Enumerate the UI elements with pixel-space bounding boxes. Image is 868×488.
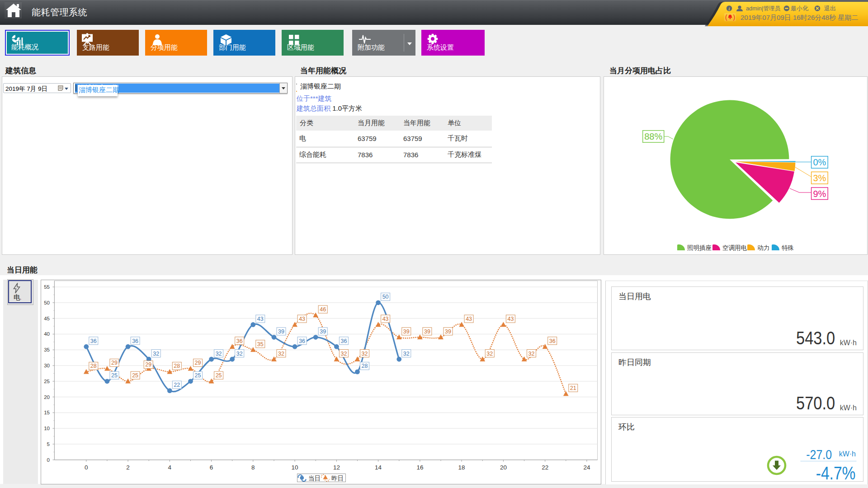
svg-text:当日: 当日 bbox=[308, 475, 321, 482]
svg-text:9%: 9% bbox=[813, 189, 826, 199]
svg-text:0: 0 bbox=[85, 464, 88, 471]
svg-text:32: 32 bbox=[216, 351, 222, 357]
svg-text:36: 36 bbox=[549, 338, 556, 344]
svg-text:32: 32 bbox=[486, 351, 493, 357]
svg-text:25: 25 bbox=[216, 372, 222, 379]
svg-text:36: 36 bbox=[132, 338, 138, 344]
svg-text:照明插座: 照明插座 bbox=[687, 244, 712, 251]
svg-text:14: 14 bbox=[375, 464, 382, 471]
svg-text:32: 32 bbox=[403, 351, 410, 357]
svg-text:36: 36 bbox=[299, 338, 305, 344]
svg-text:43: 43 bbox=[299, 316, 305, 322]
svg-text:25: 25 bbox=[195, 372, 201, 379]
svg-text:50: 50 bbox=[44, 300, 50, 305]
svg-text:32: 32 bbox=[153, 351, 159, 357]
svg-text:22: 22 bbox=[174, 382, 180, 388]
svg-text:8: 8 bbox=[251, 464, 255, 471]
svg-text:29: 29 bbox=[195, 360, 201, 366]
svg-text:39: 39 bbox=[445, 328, 451, 335]
svg-text:32: 32 bbox=[340, 351, 347, 357]
svg-text:32: 32 bbox=[236, 351, 243, 357]
svg-text:30: 30 bbox=[44, 363, 50, 368]
svg-text:2: 2 bbox=[126, 464, 130, 471]
svg-text:昨日: 昨日 bbox=[331, 475, 344, 482]
svg-text:29: 29 bbox=[145, 361, 151, 368]
svg-text:39: 39 bbox=[403, 328, 410, 335]
svg-text:空调用电: 空调用电 bbox=[722, 244, 747, 251]
svg-text:35: 35 bbox=[44, 347, 50, 352]
svg-text:50: 50 bbox=[382, 294, 389, 300]
svg-text:10: 10 bbox=[292, 464, 298, 471]
svg-text:15: 15 bbox=[44, 410, 50, 415]
svg-text:3%: 3% bbox=[813, 173, 826, 183]
svg-text:25: 25 bbox=[132, 372, 138, 379]
svg-text:39: 39 bbox=[320, 328, 326, 335]
svg-text:46: 46 bbox=[320, 306, 326, 313]
svg-text:18: 18 bbox=[458, 464, 465, 471]
svg-text:32: 32 bbox=[362, 351, 368, 357]
svg-text:0%: 0% bbox=[813, 157, 826, 167]
svg-text:admin|管理员: admin|管理员 bbox=[746, 5, 781, 12]
svg-text:2019年07月09日 16时26分48秒 星期二: 2019年07月09日 16时26分48秒 星期二 bbox=[741, 14, 858, 21]
svg-text:20: 20 bbox=[500, 464, 507, 471]
svg-text:22: 22 bbox=[542, 464, 548, 471]
svg-text:24: 24 bbox=[583, 464, 590, 471]
svg-text:25: 25 bbox=[44, 379, 50, 384]
svg-text:35: 35 bbox=[257, 341, 264, 347]
svg-text:): ) bbox=[733, 14, 736, 21]
svg-text:10: 10 bbox=[44, 426, 50, 431]
svg-text:5: 5 bbox=[47, 441, 50, 447]
svg-text:25: 25 bbox=[111, 372, 118, 379]
svg-text:36: 36 bbox=[90, 338, 97, 344]
svg-text:特殊: 特殊 bbox=[782, 244, 794, 251]
svg-text:退出: 退出 bbox=[824, 5, 836, 12]
svg-text:6: 6 bbox=[210, 464, 213, 471]
svg-text:36: 36 bbox=[340, 338, 347, 344]
svg-text:28: 28 bbox=[90, 363, 97, 369]
svg-text:43: 43 bbox=[507, 316, 514, 322]
svg-text:36: 36 bbox=[236, 338, 243, 344]
svg-text:i: i bbox=[729, 6, 730, 11]
svg-text:(: ( bbox=[725, 14, 727, 21]
svg-text:0: 0 bbox=[47, 457, 50, 463]
svg-text:4: 4 bbox=[168, 464, 172, 471]
svg-text:55: 55 bbox=[44, 284, 50, 290]
svg-text:29: 29 bbox=[111, 360, 118, 366]
svg-text:88%: 88% bbox=[644, 131, 662, 141]
svg-text:39: 39 bbox=[278, 328, 284, 335]
svg-text:20: 20 bbox=[44, 394, 50, 400]
svg-text:40: 40 bbox=[44, 331, 50, 337]
svg-text:28: 28 bbox=[362, 363, 368, 369]
svg-text:43: 43 bbox=[382, 316, 389, 322]
svg-text:16: 16 bbox=[416, 464, 423, 471]
svg-text:最小化: 最小化 bbox=[791, 5, 808, 12]
svg-text:32: 32 bbox=[528, 351, 535, 357]
svg-text:43: 43 bbox=[257, 316, 264, 322]
svg-text:动力: 动力 bbox=[757, 244, 769, 251]
svg-text:39: 39 bbox=[424, 328, 430, 335]
svg-text:45: 45 bbox=[44, 316, 50, 321]
svg-text:21: 21 bbox=[570, 385, 576, 391]
svg-text:43: 43 bbox=[466, 316, 472, 322]
svg-text:28: 28 bbox=[174, 363, 180, 369]
svg-text:12: 12 bbox=[333, 464, 340, 471]
svg-text:32: 32 bbox=[278, 351, 284, 357]
